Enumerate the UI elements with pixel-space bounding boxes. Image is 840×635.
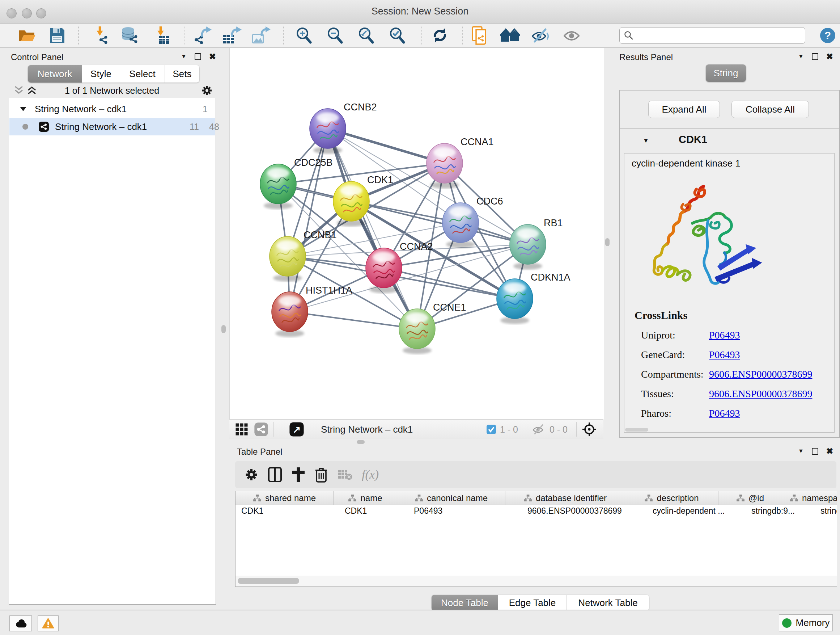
export-image-button[interactable] xyxy=(251,27,271,44)
column-type-icon xyxy=(415,494,423,502)
panel-close-icon[interactable]: ✖ xyxy=(826,448,833,455)
network-graph[interactable]: CCNB2CCNA1CDC25BCDK1CDC6RB1CCNB1CCNA2CDK… xyxy=(230,48,604,420)
crosslink-label: GeneCard: xyxy=(635,349,709,361)
crosslink-link[interactable]: 9606.ENSP00000378699 xyxy=(709,369,812,380)
zoom-in-button[interactable] xyxy=(294,27,314,44)
export-network-button[interactable] xyxy=(193,27,213,44)
cell-name[interactable]: CDK1 xyxy=(339,506,408,516)
network-options-gear-icon[interactable] xyxy=(201,85,213,96)
tab-network[interactable]: Network xyxy=(28,65,82,82)
table-hscrollbar-thumb[interactable] xyxy=(238,578,299,584)
network-node-CCNB2[interactable]: CCNB2 xyxy=(309,102,377,154)
network-overview-icon[interactable] xyxy=(254,422,268,437)
tab-string[interactable]: String xyxy=(706,65,746,82)
gene-header-row[interactable]: ▼ CDK1 xyxy=(620,128,839,152)
cell-shared-name[interactable]: CDK1 xyxy=(235,506,339,516)
column-header[interactable]: @id xyxy=(718,491,782,505)
results-scrollbar-thumb[interactable] xyxy=(625,428,648,432)
column-header[interactable]: database identifier xyxy=(505,491,625,505)
network-node-CDC25B[interactable]: CDC25B xyxy=(260,157,333,209)
panel-menu-arrow-icon[interactable]: ▼ xyxy=(181,53,187,60)
panel-menu-arrow-icon[interactable]: ▼ xyxy=(798,53,804,60)
results-panel-tabs: String xyxy=(706,65,746,82)
tab-edge-table[interactable]: Edge Table xyxy=(498,595,567,611)
panel-menu-arrow-icon[interactable]: ▼ xyxy=(798,448,804,454)
selected-checkbox-icon[interactable] xyxy=(486,424,496,434)
column-header[interactable]: description xyxy=(625,491,718,505)
delete-column-trash-icon[interactable] xyxy=(315,467,328,483)
tab-network-table[interactable]: Network Table xyxy=(567,595,649,611)
network-canvas[interactable]: CCNB2CCNA1CDC25BCDK1CDC6RB1CCNB1CCNA2CDK… xyxy=(229,48,604,420)
import-table-file-button[interactable] xyxy=(151,27,172,44)
cloud-status-button[interactable] xyxy=(9,616,32,631)
network-node-CDKN1A[interactable]: CDKN1A xyxy=(497,272,570,324)
memory-label: Memory xyxy=(796,617,830,629)
network-node-CDK1[interactable]: CDK1 xyxy=(333,174,393,226)
export-table-button[interactable] xyxy=(222,27,242,44)
column-header[interactable]: shared name xyxy=(235,491,333,505)
grid-view-icon[interactable] xyxy=(235,423,248,436)
panel-float-icon[interactable] xyxy=(812,448,818,455)
tab-select[interactable]: Select xyxy=(120,65,165,82)
bottom-splitter-handle[interactable] xyxy=(357,440,365,444)
svg-text:?: ? xyxy=(824,29,831,41)
expand-all-button[interactable]: Expand All xyxy=(648,101,720,118)
network-node-HIST1H1A[interactable]: HIST1H1A xyxy=(272,285,352,337)
column-header[interactable]: canonical name xyxy=(397,491,505,505)
crosslink-link[interactable]: P06493 xyxy=(709,349,740,361)
tab-sets[interactable]: Sets xyxy=(165,65,199,82)
warnings-button[interactable] xyxy=(38,616,58,631)
column-header[interactable]: name xyxy=(333,491,397,505)
zoom-fit-button[interactable] xyxy=(356,27,376,44)
table-settings-gear-icon[interactable] xyxy=(245,468,258,481)
gene-collapse-arrow-icon[interactable]: ▼ xyxy=(643,137,649,144)
cell-database-identifier[interactable]: 9606.ENSP00000378699 xyxy=(522,506,647,516)
memory-button[interactable]: Memory xyxy=(779,614,833,631)
panel-float-icon[interactable] xyxy=(812,53,818,60)
crosslink-link[interactable]: P06493 xyxy=(709,329,740,341)
import-network-file-button[interactable] xyxy=(91,27,111,44)
panel-close-icon[interactable]: ✖ xyxy=(209,53,216,60)
cell-id[interactable]: stringdb:9... xyxy=(745,506,815,516)
left-splitter-handle[interactable] xyxy=(221,325,226,333)
show-columns-icon[interactable] xyxy=(268,467,282,483)
column-header[interactable]: namespace xyxy=(782,491,837,505)
crosslink-link[interactable]: P06493 xyxy=(709,408,740,419)
open-session-button[interactable] xyxy=(17,27,37,44)
network-row-selected[interactable]: String Network – cdk1 11 48 xyxy=(9,118,215,135)
panel-close-icon[interactable]: ✖ xyxy=(826,53,833,60)
cell-description[interactable]: cyclin-dependent ... xyxy=(647,506,745,516)
export-table-icon xyxy=(223,26,242,45)
help-button[interactable]: ? xyxy=(818,27,838,44)
import-network-database-button[interactable] xyxy=(119,27,140,44)
crosslink-link[interactable]: 9606.ENSP00000378699 xyxy=(709,388,812,400)
tab-node-table[interactable]: Node Table xyxy=(431,595,498,611)
tab-style[interactable]: Style xyxy=(82,65,120,82)
cell-canonical-name[interactable]: P06493 xyxy=(408,506,522,516)
copy-network-button[interactable] xyxy=(470,27,490,44)
detach-view-icon[interactable]: ↗ xyxy=(289,422,304,437)
network-node-CCNB1[interactable]: CCNB1 xyxy=(270,230,337,282)
save-session-button[interactable] xyxy=(47,27,67,44)
right-splitter-handle[interactable] xyxy=(605,238,609,246)
node-label-CDC25B: CDC25B xyxy=(294,157,333,168)
toolbar-separator xyxy=(184,26,185,45)
cell-namespace[interactable]: stringdb xyxy=(815,506,837,516)
network-status-dot-icon xyxy=(22,124,28,130)
network-node-CCNA1[interactable]: CCNA1 xyxy=(426,136,494,188)
table-row[interactable]: CDK1 CDK1 P06493 9606.ENSP00000378699 cy… xyxy=(235,505,837,516)
panel-float-icon[interactable] xyxy=(195,53,201,60)
birdseye-crosshair-icon[interactable] xyxy=(582,422,597,437)
search-input[interactable] xyxy=(633,29,805,42)
zoom-selected-button[interactable] xyxy=(387,27,407,44)
collapse-all-button[interactable]: Collapse All xyxy=(731,101,809,118)
network-node-RB1[interactable]: RB1 xyxy=(510,218,563,270)
collection-expand-arrow-icon[interactable] xyxy=(19,106,27,112)
zoom-out-button[interactable] xyxy=(325,27,345,44)
refresh-button[interactable] xyxy=(430,27,450,44)
network-node-CCNE1[interactable]: CCNE1 xyxy=(399,302,466,354)
home-button[interactable] xyxy=(500,27,520,44)
network-collection-row[interactable]: String Network – cdk1 1 xyxy=(9,100,215,118)
add-column-icon[interactable] xyxy=(292,467,305,483)
show-hide-button[interactable] xyxy=(531,27,551,44)
